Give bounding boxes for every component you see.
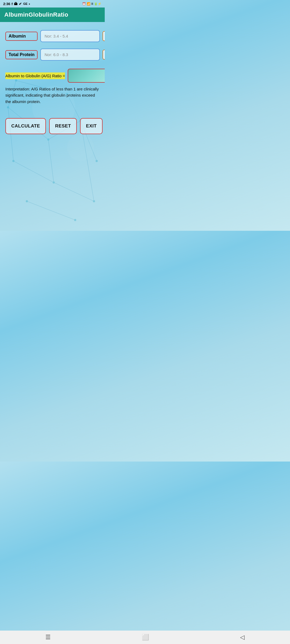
reset-button[interactable]: RESET (49, 118, 77, 134)
svg-point-17 (53, 181, 55, 184)
total-protein-label: Total Protein (5, 50, 38, 59)
svg-point-16 (12, 160, 15, 162)
albumin-input[interactable] (40, 30, 100, 42)
result-section: Albumin to Globulin (A/G) Ratio = Interp… (5, 69, 99, 107)
time-display: 2:36 (3, 2, 10, 6)
wifi-icon: 📶 (87, 2, 90, 6)
check-icon: ✔ (19, 2, 22, 6)
app-title: AlbuminGlobulinRatio (4, 11, 68, 18)
total-protein-row: Total Protein g/dL (5, 49, 99, 61)
albumin-label: Albumin (5, 32, 38, 41)
svg-point-18 (93, 200, 95, 202)
result-row: Albumin to Globulin (A/G) Ratio = (5, 69, 99, 83)
status-bar: 2:36 f 🏔 ✔ GE • ⏰ 📶 lll 🔋⚡ (0, 0, 105, 8)
total-protein-input[interactable] (40, 49, 100, 61)
albumin-row: Albumin g/dL (5, 30, 99, 42)
total-protein-unit: g/dL (103, 50, 105, 60)
calculate-button[interactable]: CALCULATE (5, 118, 46, 134)
svg-line-4 (54, 182, 94, 201)
exit-button[interactable]: EXIT (80, 118, 103, 134)
svg-line-3 (13, 161, 54, 182)
status-right: ⏰ 📶 lll 🔋⚡ (82, 2, 102, 6)
result-ratio-label: Albumin to Globulin (A/G) Ratio = (5, 72, 65, 79)
result-value-box (68, 69, 105, 83)
svg-point-19 (26, 200, 28, 202)
ge-icon: GE (23, 2, 27, 5)
svg-line-7 (48, 140, 54, 182)
interpretation-text: Interpretation: A/G Ratios of less than … (5, 86, 99, 105)
svg-point-15 (96, 160, 98, 162)
medal-icon: 🏔 (14, 2, 17, 6)
main-content: Albumin g/dL Total Protein g/dL Albumin … (0, 22, 105, 140)
alarm-icon: ⏰ (82, 2, 86, 6)
status-left: 2:36 f 🏔 ✔ GE • (3, 2, 30, 6)
buttons-row: CALCULATE RESET EXIT (5, 118, 99, 134)
app-bar: AlbuminGlobulinRatio (0, 8, 105, 22)
signal-icon: lll (91, 2, 93, 5)
albumin-unit: g/dL (103, 31, 105, 41)
svg-line-5 (27, 201, 75, 220)
svg-point-20 (74, 219, 76, 221)
dot-icon: • (29, 2, 30, 6)
battery-icon: 🔋⚡ (94, 2, 102, 6)
fb-icon: f (12, 2, 13, 6)
